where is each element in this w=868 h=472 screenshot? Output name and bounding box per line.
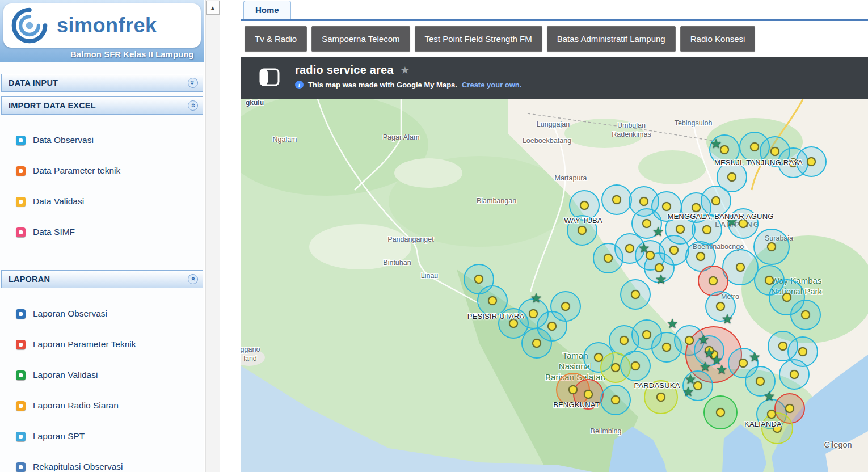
station-marker[interactable]	[709, 350, 718, 359]
tab-home[interactable]: Home	[243, 1, 291, 19]
station-marker[interactable]	[727, 172, 736, 182]
sidebar-item-laporan-spt[interactable]: Laporan SPT	[1, 421, 203, 452]
station-marker[interactable]	[594, 353, 603, 362]
star-marker[interactable]: ★	[711, 353, 723, 366]
station-marker[interactable]	[736, 263, 745, 272]
sidebar-item-data-observasi[interactable]: Data Observasi	[1, 125, 203, 155]
station-marker[interactable]	[720, 145, 729, 154]
star-marker[interactable]: ★	[716, 363, 728, 376]
station-marker[interactable]	[773, 424, 782, 433]
star-marker[interactable]: ★	[685, 373, 697, 386]
sidebar-item-data-validasi[interactable]: Data Validasi	[1, 186, 203, 217]
station-marker[interactable]	[611, 363, 620, 372]
station-marker[interactable]	[807, 157, 816, 166]
map-canvas[interactable]: gkuluNgalamPagar AlamLunggajanLoeboekbat…	[241, 99, 868, 472]
station-marker[interactable]	[561, 302, 570, 311]
chevron-double-up-icon[interactable]: »	[188, 100, 198, 111]
star-marker[interactable]: ★	[655, 273, 667, 286]
station-marker[interactable]	[739, 219, 748, 228]
star-marker[interactable]: ★	[710, 137, 722, 150]
star-marker[interactable]: ★	[698, 333, 710, 346]
station-marker[interactable]	[547, 322, 557, 331]
station-marker[interactable]	[631, 290, 640, 299]
scroll-up-button[interactable]: ▲	[206, 1, 220, 15]
star-marker[interactable]: ★	[726, 215, 738, 228]
station-marker[interactable]	[578, 226, 587, 235]
station-marker[interactable]	[509, 319, 518, 328]
station-marker[interactable]	[716, 408, 725, 417]
station-marker[interactable]	[756, 377, 765, 386]
station-marker[interactable]	[584, 390, 593, 399]
toolbar-button-batas-administratif-lampung[interactable]: Batas Administratif Lampung	[547, 26, 676, 52]
station-marker[interactable]	[705, 346, 714, 355]
station-marker[interactable]	[474, 275, 483, 284]
sidebar-item-laporan-radio-siaran[interactable]: Laporan Radio Siaran	[1, 390, 203, 421]
toolbar-button-radio-konsesi[interactable]: Radio Konsesi	[680, 26, 756, 52]
star-marker[interactable]: ★	[667, 317, 679, 330]
star-marker[interactable]: ★	[638, 242, 650, 255]
station-marker[interactable]	[770, 147, 779, 156]
station-marker[interactable]	[750, 142, 759, 151]
station-marker[interactable]	[529, 309, 538, 318]
star-marker[interactable]: ★	[652, 225, 664, 238]
station-marker[interactable]	[612, 195, 621, 204]
station-marker[interactable]	[631, 361, 640, 370]
station-marker[interactable]	[620, 336, 629, 345]
map-attribution-link[interactable]: Create your own.	[462, 81, 521, 89]
station-marker[interactable]	[568, 385, 578, 394]
station-marker[interactable]	[696, 252, 705, 261]
station-marker[interactable]	[532, 339, 541, 348]
station-marker[interactable]	[625, 244, 634, 253]
sidebar-scrollbar[interactable]: ▲	[205, 0, 220, 472]
station-marker[interactable]	[604, 254, 613, 263]
station-marker[interactable]	[669, 246, 679, 255]
station-marker[interactable]	[716, 302, 725, 311]
station-marker[interactable]	[662, 202, 671, 211]
station-marker[interactable]	[692, 203, 701, 212]
station-marker[interactable]	[709, 276, 718, 285]
station-marker[interactable]	[642, 219, 651, 228]
sidebar-item-laporan-observasi[interactable]: Laporan Observasi	[1, 298, 203, 329]
station-marker[interactable]	[639, 197, 648, 206]
station-marker[interactable]	[702, 225, 711, 234]
station-marker[interactable]	[693, 381, 702, 390]
station-marker[interactable]	[580, 201, 589, 210]
star-marker[interactable]: ★	[703, 347, 715, 360]
station-marker[interactable]	[655, 263, 664, 272]
star-marker[interactable]: ★	[530, 292, 542, 305]
station-marker[interactable]	[662, 343, 671, 352]
station-marker[interactable]	[778, 342, 787, 351]
station-marker[interactable]	[790, 370, 799, 379]
sidebar-item-laporan-parameter-teknik[interactable]: Laporan Parameter Teknik	[1, 329, 203, 360]
station-marker[interactable]	[611, 395, 620, 404]
station-marker[interactable]	[646, 251, 655, 260]
star-marker[interactable]: ★	[722, 313, 734, 326]
station-marker[interactable]	[767, 410, 776, 419]
star-marker[interactable]: ★	[764, 390, 776, 403]
star-marker[interactable]: ★	[700, 360, 711, 373]
chevron-double-down-icon[interactable]: »	[188, 78, 198, 88]
sidebar-item-laporan-validasi[interactable]: Laporan Validasi	[1, 360, 203, 390]
panel-header-import-data-excel[interactable]: IMPORT DATA EXCEL»	[1, 96, 203, 115]
star-marker[interactable]: ★	[682, 385, 694, 398]
station-marker[interactable]	[801, 310, 810, 319]
toolbar-button-test-point-field-strength-fm[interactable]: Test Point Field Strength FM	[415, 26, 542, 52]
panel-header-data-input[interactable]: DATA INPUT»	[1, 74, 203, 92]
station-marker[interactable]	[685, 336, 694, 345]
sidebar-item-rekapitulasi-observasi[interactable]: Rekapitulasi Observasi	[1, 452, 203, 472]
station-marker[interactable]	[642, 330, 651, 339]
station-marker[interactable]	[488, 296, 497, 305]
station-marker[interactable]	[767, 242, 776, 251]
station-marker[interactable]	[785, 404, 794, 413]
panel-header-laporan[interactable]: LAPORAN»	[1, 270, 203, 288]
toolbar-button-sampoerna-telecom[interactable]: Sampoerna Telecom	[311, 26, 410, 52]
chevron-double-up-icon[interactable]: »	[188, 274, 198, 284]
station-marker[interactable]	[711, 196, 720, 205]
toolbar-button-tv-radio[interactable]: Tv & Radio	[245, 26, 307, 52]
station-marker[interactable]	[798, 347, 807, 356]
station-marker[interactable]	[739, 359, 748, 368]
station-marker[interactable]	[765, 276, 774, 285]
station-marker[interactable]	[676, 225, 685, 234]
favorite-star-icon[interactable]: ★	[401, 64, 410, 77]
station-marker[interactable]	[656, 393, 665, 402]
